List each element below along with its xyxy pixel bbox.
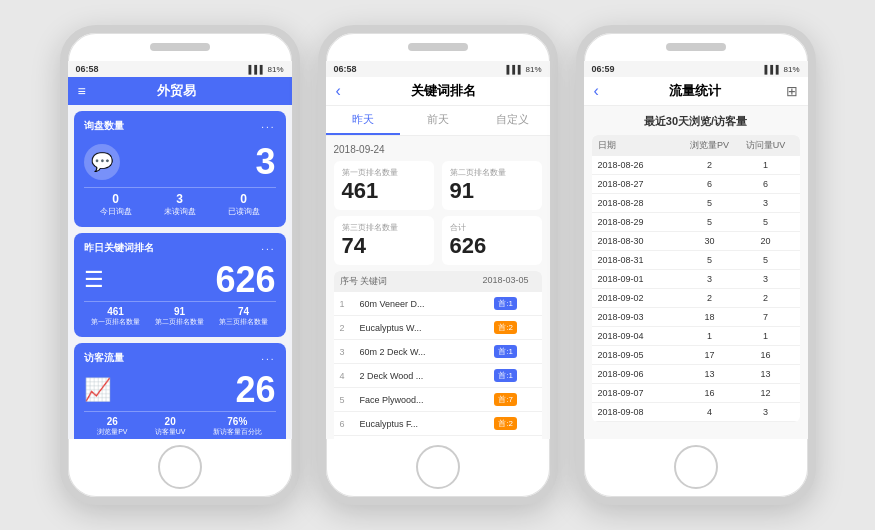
col-uv-h: 访问量UV	[738, 139, 794, 152]
kw-badge-label: 首:1	[494, 345, 517, 358]
traffic-date: 2018-08-29	[598, 217, 682, 227]
kw-row-badge: 首:1	[476, 369, 536, 382]
inquiry-card-header: 询盘数量 ...	[84, 119, 276, 133]
traffic-row: 2018-08-27 6 6	[592, 175, 800, 194]
battery-1: 81%	[267, 65, 283, 74]
traffic-uv: 2	[738, 293, 794, 303]
kw-badge-label: 首:1	[494, 297, 517, 310]
visitor-dots[interactable]: ...	[261, 351, 275, 365]
traffic-uv: 3	[738, 407, 794, 417]
kw-row-keyword: Face Plywood...	[360, 395, 476, 405]
p2-tabs: 昨天 前天 自定义	[326, 106, 550, 136]
traffic-date: 2018-08-26	[598, 160, 682, 170]
inquiry-read-val: 0	[228, 192, 260, 206]
traffic-date: 2018-09-08	[598, 407, 682, 417]
traffic-pv: 5	[682, 198, 738, 208]
back-arrow-3[interactable]: ‹	[594, 82, 599, 100]
inquiry-today-label: 今日询盘	[100, 206, 132, 217]
traffic-pv: 17	[682, 350, 738, 360]
traffic-uv: 20	[738, 236, 794, 246]
traffic-uv: 3	[738, 274, 794, 284]
tab-custom[interactable]: 自定义	[475, 106, 550, 135]
col-num-header: 序号	[340, 275, 360, 288]
kw-row-keyword: Eucalyptus W...	[360, 323, 476, 333]
signal-3: ▌▌▌	[764, 65, 781, 74]
tab-daybeforeyesterday[interactable]: 前天	[400, 106, 475, 135]
p2-title: 关键词排名	[347, 82, 540, 100]
traffic-row: 2018-09-05 17 16	[592, 346, 800, 365]
kw-row-num: 2	[340, 323, 360, 333]
signal-1: ▌▌▌	[248, 65, 265, 74]
kw-badge-label: 首:1	[494, 369, 517, 382]
traffic-pv: 4	[682, 407, 738, 417]
inquiry-count-row: 💬 3	[84, 137, 276, 187]
inquiry-unread-val: 3	[164, 192, 196, 206]
traffic-row: 2018-09-07 16 12	[592, 384, 800, 403]
traffic-pv: 16	[682, 388, 738, 398]
back-arrow-2[interactable]: ‹	[336, 82, 341, 100]
keyword-card: 昨日关键词排名 ... ☰ 626 461 第一页排名数量 91 第二页排名数量	[74, 233, 286, 337]
grid-icon[interactable]: ⊞	[786, 83, 798, 99]
inquiry-read-label: 已读询盘	[228, 206, 260, 217]
traffic-row: 2018-08-28 5 3	[592, 194, 800, 213]
stat-p2-label: 第二页排名数量	[450, 167, 534, 178]
traffic-date: 2018-09-02	[598, 293, 682, 303]
traffic-uv: 12	[738, 388, 794, 398]
traffic-pv: 5	[682, 255, 738, 265]
col-date-h: 日期	[598, 139, 682, 152]
kw-row: 2 Eucalyptus W... 首:2	[334, 316, 542, 340]
stat-total-val: 626	[450, 233, 534, 259]
kw-row: 7 Eucalyptus V... 首:2	[334, 436, 542, 439]
traffic-pv: 2	[682, 293, 738, 303]
kw-dots[interactable]: ...	[261, 241, 275, 255]
traffic-row: 2018-08-30 30 20	[592, 232, 800, 251]
chat-emoji: 💬	[91, 151, 113, 173]
kw-row-num: 4	[340, 371, 360, 381]
inquiry-today: 0 今日询盘	[100, 192, 132, 217]
kw-row: 6 Eucalyptus F... 首:2	[334, 412, 542, 436]
inquiry-today-val: 0	[100, 192, 132, 206]
visitor-uv-val: 20	[155, 416, 186, 427]
kw-row-num: 6	[340, 419, 360, 429]
phone-1: 06:58 ▌▌▌ 81% ≡ 外贸易 询盘数量 ... 💬	[60, 25, 300, 505]
p2-header: ‹ 关键词排名	[326, 77, 550, 106]
inquiry-title: 询盘数量	[84, 119, 124, 133]
kw-rows: 1 60m Veneer D... 首:1 2 Eucalyptus W... …	[334, 292, 542, 439]
kw-title: 昨日关键词排名	[84, 241, 154, 255]
kw-table-header: 序号 关键词 2018-03-05	[334, 271, 542, 292]
status-bar-2: 06:58 ▌▌▌ 81%	[326, 61, 550, 77]
traffic-pv: 13	[682, 369, 738, 379]
traffic-pv: 3	[682, 274, 738, 284]
traffic-date: 2018-09-07	[598, 388, 682, 398]
visitor-new-val: 76%	[213, 416, 262, 427]
traffic-uv: 5	[738, 255, 794, 265]
kw-badge-label: 首:2	[494, 417, 517, 430]
traffic-uv: 3	[738, 198, 794, 208]
inquiry-read: 0 已读询盘	[228, 192, 260, 217]
traffic-pv: 30	[682, 236, 738, 246]
inquiry-dots[interactable]: ...	[261, 119, 275, 133]
stat-box-total: 合计 626	[442, 216, 542, 265]
traffic-row: 2018-08-26 2 1	[592, 156, 800, 175]
kw-row-badge: 首:1	[476, 297, 536, 310]
stat-p3-label: 第三页排名数量	[342, 222, 426, 233]
kw-p1-label: 第一页排名数量	[91, 317, 140, 327]
traffic-pv: 6	[682, 179, 738, 189]
kw-row: 4 2 Deck Wood ... 首:1	[334, 364, 542, 388]
visitor-pv: 26 浏览量PV	[97, 416, 127, 437]
time-2: 06:58	[334, 64, 357, 74]
traffic-pv: 2	[682, 160, 738, 170]
p3-header: ‹ 流量统计 ⊞	[584, 77, 808, 106]
visitor-sub: 26 浏览量PV 20 访客量UV 76% 新访客量百分比	[84, 411, 276, 439]
traffic-date: 2018-08-30	[598, 236, 682, 246]
inquiry-unread-label: 未读询盘	[164, 206, 196, 217]
tab-yesterday[interactable]: 昨天	[326, 106, 401, 135]
traffic-table-header: 日期 浏览量PV 访问量UV	[592, 135, 800, 156]
hamburger-icon[interactable]: ≡	[78, 83, 86, 99]
col-kw-header: 关键词	[360, 275, 476, 288]
p1-content: 询盘数量 ... 💬 3 0 今日询盘 3 未读询盘	[68, 105, 292, 439]
traffic-uv: 13	[738, 369, 794, 379]
traffic-date: 2018-09-05	[598, 350, 682, 360]
traffic-row: 2018-09-03 18 7	[592, 308, 800, 327]
kw-row-badge: 首:7	[476, 393, 536, 406]
